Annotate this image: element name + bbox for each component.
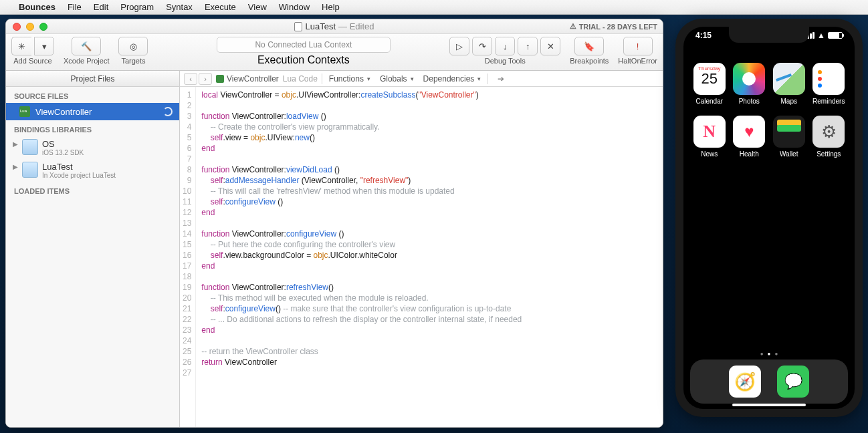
- window-title-text: LuaTest: [305, 21, 336, 31]
- play-button[interactable]: ▷: [449, 37, 469, 55]
- toolbar-add-source: ✳︎ ▾ Add Source: [11, 37, 54, 65]
- status-time: 4:15: [695, 31, 712, 40]
- disclosure-triangle-icon[interactable]: ▶: [13, 139, 18, 148]
- add-source-button[interactable]: ✳︎: [11, 37, 31, 55]
- menu-execute[interactable]: Execute: [205, 2, 236, 12]
- reload-icon[interactable]: [163, 107, 173, 116]
- lua-file-icon: [19, 106, 30, 117]
- code-area[interactable]: 1234567891011121314151617181920212223242…: [180, 87, 663, 427]
- lib-name: LuaTest: [42, 162, 116, 172]
- app-wallet[interactable]: Wallet: [772, 116, 806, 158]
- app-menu[interactable]: Bounces: [19, 2, 56, 12]
- wallet-icon: [773, 116, 805, 148]
- sidebar-section-bindings: BINDINGS LIBRARIES: [6, 120, 179, 136]
- execution-contexts: No Connected Lua Context Execution Conte…: [157, 37, 449, 66]
- targets-label: Targets: [121, 57, 145, 65]
- dock-app-messages[interactable]: [777, 366, 809, 398]
- trial-text: TRIAL - 28 DAYS LEFT: [579, 23, 657, 31]
- sidebar: Project Files SOURCE FILES ViewControlle…: [6, 71, 180, 427]
- sidebar-lib-luatest[interactable]: ▶ LuaTest In Xcode project LuaTest: [6, 159, 179, 182]
- menu-view[interactable]: View: [248, 2, 267, 12]
- stop-button[interactable]: ✕: [540, 37, 560, 55]
- app-maps[interactable]: Maps: [772, 63, 806, 105]
- app-reminders[interactable]: Reminders: [812, 63, 846, 105]
- app-label: Calendar: [695, 98, 723, 105]
- execution-context-selector[interactable]: No Connected Lua Context: [217, 37, 391, 53]
- toolbar-debug-tools: ▷ ↷ ↓ ↑ ✕ Debug Tools: [449, 37, 560, 65]
- framework-icon: [22, 139, 38, 155]
- pathbar-nav: ‹ ›: [184, 73, 212, 85]
- menu-edit[interactable]: Edit: [94, 2, 108, 12]
- health-icon: [733, 116, 765, 148]
- menu-help[interactable]: Help: [322, 2, 340, 12]
- settings-icon: [812, 116, 845, 148]
- add-source-label: Add Source: [13, 57, 51, 65]
- framework-icon: [22, 162, 38, 178]
- disclosure-triangle-icon[interactable]: ▶: [13, 162, 18, 170]
- ios-simulator: 4:15 ▲ Thursday25 Calendar Photos Maps R…: [675, 19, 863, 417]
- line-gutter: 1234567891011121314151617181920212223242…: [180, 87, 196, 427]
- menu-program[interactable]: Program: [120, 2, 154, 12]
- battery-icon: [828, 32, 843, 39]
- step-over-button[interactable]: ↷: [472, 37, 492, 55]
- pathbar-file-kind: Lua Code: [283, 74, 318, 84]
- dock-app-safari[interactable]: [729, 366, 761, 398]
- app-label: Wallet: [780, 150, 798, 158]
- pathbar: ‹ › ViewController Lua Code Functions Gl…: [180, 71, 663, 87]
- titlebar: LuaTest — Edited ⚠ TRIAL - 28 DAYS LEFT: [6, 19, 663, 34]
- breakpoints-button[interactable]: 🔖: [574, 37, 604, 55]
- step-into-button[interactable]: ↓: [495, 37, 515, 55]
- app-photos[interactable]: Photos: [733, 63, 766, 105]
- wifi-icon: ▲: [817, 31, 825, 40]
- lib-name: OS: [42, 139, 84, 149]
- window-content: Project Files SOURCE FILES ViewControlle…: [6, 71, 663, 427]
- execution-context-text: No Connected Lua Context: [255, 40, 352, 49]
- app-calendar[interactable]: Thursday25 Calendar: [693, 63, 726, 105]
- trial-badge: ⚠ TRIAL - 28 DAYS LEFT: [570, 22, 657, 31]
- functions-dropdown[interactable]: Functions: [326, 73, 373, 85]
- page-dots[interactable]: ●●●: [683, 351, 855, 357]
- run-indicator-icon[interactable]: ➔: [498, 74, 504, 84]
- dependencies-dropdown[interactable]: Dependencies: [421, 73, 484, 85]
- photos-icon: [733, 63, 765, 95]
- home-indicator[interactable]: [732, 404, 806, 406]
- app-health[interactable]: Health: [733, 116, 766, 158]
- menu-window[interactable]: Window: [279, 2, 310, 12]
- menu-syntax[interactable]: Syntax: [166, 2, 193, 12]
- toolbar-breakpoints: 🔖 Breakpoints: [570, 37, 609, 65]
- targets-button[interactable]: ◎: [118, 37, 148, 55]
- app-label: Reminders: [812, 98, 845, 105]
- app-label: Photos: [739, 98, 760, 105]
- halt-on-error-button[interactable]: !: [623, 37, 653, 55]
- globals-dropdown[interactable]: Globals: [377, 73, 417, 85]
- app-label: Settings: [817, 150, 841, 158]
- menu-file[interactable]: File: [68, 2, 82, 12]
- window-title: LuaTest — Edited: [6, 21, 663, 31]
- notch: [729, 27, 809, 43]
- app-settings[interactable]: Settings: [812, 116, 846, 158]
- pathbar-file-name: ViewController: [227, 74, 279, 84]
- sidebar-item-label: ViewController: [35, 107, 92, 117]
- code-content[interactable]: local ViewController = objc.UIViewContro…: [196, 87, 527, 427]
- app-label: Health: [740, 150, 759, 158]
- simulator-screen[interactable]: 4:15 ▲ Thursday25 Calendar Photos Maps R…: [683, 27, 855, 409]
- step-out-button[interactable]: ↑: [518, 37, 538, 55]
- sidebar-item-viewcontroller[interactable]: ViewController: [6, 103, 179, 120]
- toolbar-targets: ◎ Targets: [118, 37, 148, 65]
- sidebar-section-source-files: SOURCE FILES: [6, 87, 179, 103]
- lib-subtitle: In Xcode project LuaTest: [42, 172, 116, 179]
- lua-file-icon: [216, 75, 224, 83]
- debug-tools-label: Debug Tools: [485, 57, 526, 65]
- toolbar-xcode-project: 🔨 Xcode Project: [64, 37, 109, 65]
- nav-back-button[interactable]: ‹: [184, 73, 197, 85]
- pathbar-file[interactable]: ViewController: [216, 74, 279, 84]
- sidebar-lib-os[interactable]: ▶ OS iOS 13.2 SDK: [6, 136, 179, 159]
- xcode-project-button[interactable]: 🔨: [72, 37, 101, 55]
- add-source-menu[interactable]: ▾: [34, 37, 54, 55]
- toolbar: ✳︎ ▾ Add Source 🔨 Xcode Project ◎ Target…: [6, 34, 663, 71]
- messages-icon: [777, 366, 809, 398]
- nav-forward-button[interactable]: ›: [199, 73, 212, 85]
- app-news[interactable]: News: [693, 116, 726, 158]
- news-icon: [693, 116, 726, 148]
- home-apps: Thursday25 Calendar Photos Maps Reminder…: [683, 56, 855, 164]
